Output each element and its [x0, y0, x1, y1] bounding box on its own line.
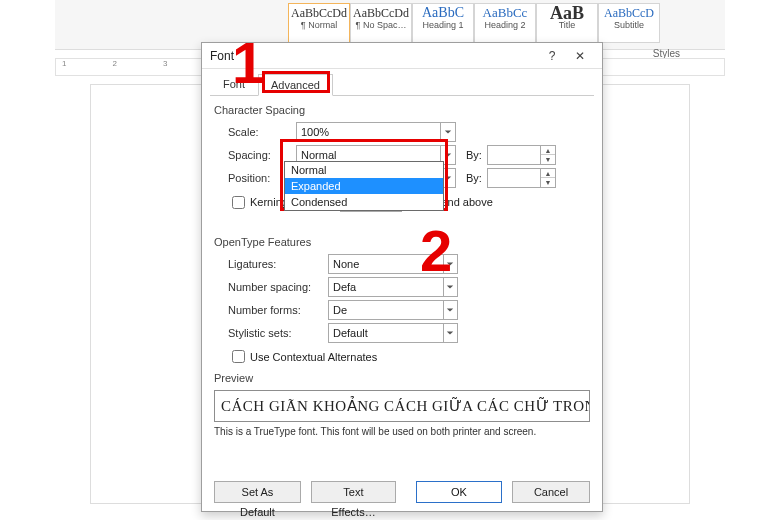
scale-combo[interactable] [296, 122, 456, 142]
dd-item-normal[interactable]: Normal [285, 162, 443, 178]
number-forms-label: Number forms: [228, 304, 328, 316]
spacing-by-spinner[interactable]: ▲▼ [487, 145, 556, 165]
group-title: OpenType Features [214, 236, 590, 248]
kerning-checkbox[interactable] [232, 196, 245, 209]
style-nospacing[interactable]: AaBbCcDd ¶ No Spac… [350, 3, 412, 43]
dialog-tabs: Font Advanced [210, 73, 594, 96]
number-forms-input[interactable] [329, 301, 443, 319]
help-button[interactable]: ? [538, 49, 566, 63]
text-effects-button[interactable]: Text Effects… [311, 481, 396, 503]
group-title: Preview [214, 372, 590, 384]
style-name: ¶ Normal [291, 20, 347, 30]
spin-up-icon[interactable]: ▲ [541, 169, 555, 178]
font-dialog: Font ? ✕ Font Advanced Character Spacing… [201, 42, 603, 512]
by-label: By: [466, 172, 482, 184]
annotation-1: 1 [232, 34, 264, 92]
contextual-alternates-label: Use Contextual Alternates [250, 351, 377, 363]
style-sample: AaBbC [415, 6, 471, 20]
style-name: ¶ No Spac… [353, 20, 409, 30]
style-name: Title [539, 20, 595, 30]
stylistic-sets-label: Stylistic sets: [228, 327, 328, 339]
style-name: Heading 2 [477, 20, 533, 30]
position-by-spinner[interactable]: ▲▼ [487, 168, 556, 188]
style-sample: AaBbCc [477, 6, 533, 20]
cancel-button[interactable]: Cancel [512, 481, 590, 503]
spacing-dropdown-list[interactable]: Normal Expanded Condensed [284, 161, 444, 211]
style-name: Subtitle [601, 20, 657, 30]
spacing-label: Spacing: [228, 149, 296, 161]
style-title[interactable]: AaB Title [536, 3, 598, 43]
spin-up-icon[interactable]: ▲ [541, 146, 555, 155]
close-button[interactable]: ✕ [566, 49, 594, 63]
style-sample: AaBbCcD [601, 6, 657, 20]
style-heading2[interactable]: AaBbCc Heading 2 [474, 3, 536, 43]
style-sample: AaBbCcDd [353, 6, 409, 20]
style-subtitle[interactable]: AaBbCcD Subtitle [598, 3, 660, 43]
chevron-down-icon[interactable] [443, 324, 457, 342]
chevron-down-icon[interactable] [443, 301, 457, 319]
spin-down-icon[interactable]: ▼ [541, 178, 555, 187]
by-label: By: [466, 149, 482, 161]
contextual-alternates-checkbox[interactable] [232, 350, 245, 363]
spin-down-icon[interactable]: ▼ [541, 155, 555, 164]
tab-advanced[interactable]: Advanced [258, 74, 333, 96]
set-default-button[interactable]: Set As Default [214, 481, 301, 503]
styles-gallery[interactable]: AaBbCcDd ¶ Normal AaBbCcDd ¶ No Spac… Aa… [288, 3, 660, 43]
style-heading1[interactable]: AaBbC Heading 1 [412, 3, 474, 43]
group-opentype: OpenType Features Ligatures: Number spac… [214, 236, 590, 366]
position-by-input[interactable] [488, 169, 540, 187]
chevron-down-icon[interactable] [440, 123, 455, 141]
group-preview: Preview CÁCH GIÃN KHOẢNG CÁCH GIỮA CÁC C… [214, 372, 590, 437]
style-normal[interactable]: AaBbCcDd ¶ Normal [288, 3, 350, 43]
style-name: Heading 1 [415, 20, 471, 30]
style-sample: AaB [539, 6, 595, 20]
group-title: Character Spacing [214, 104, 590, 116]
stylistic-sets-combo[interactable] [328, 323, 458, 343]
ligatures-label: Ligatures: [228, 258, 328, 270]
scale-label: Scale: [228, 126, 296, 138]
dialog-buttons: Set As Default Text Effects… OK Cancel [202, 481, 602, 503]
ok-button[interactable]: OK [416, 481, 502, 503]
preview-note: This is a TrueType font. This font will … [214, 426, 590, 437]
stylistic-sets-input[interactable] [329, 324, 443, 342]
preview-box: CÁCH GIÃN KHOẢNG CÁCH GIỮA CÁC CHỮ TRON [214, 390, 590, 422]
number-forms-combo[interactable] [328, 300, 458, 320]
scale-input[interactable] [297, 123, 440, 141]
dd-item-expanded[interactable]: Expanded [285, 178, 443, 194]
annotation-2: 2 [420, 222, 452, 280]
number-spacing-label: Number spacing: [228, 281, 328, 293]
dd-item-condensed[interactable]: Condensed [285, 194, 443, 210]
spacing-by-input[interactable] [488, 146, 540, 164]
style-sample: AaBbCcDd [291, 6, 347, 20]
